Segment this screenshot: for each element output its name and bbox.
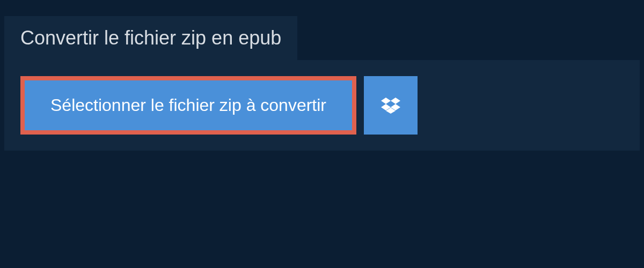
button-row: Sélectionner le fichier zip à convertir	[20, 76, 624, 135]
dropbox-icon	[381, 96, 400, 115]
dropbox-button[interactable]	[364, 76, 418, 135]
title-tab: Convertir le fichier zip en epub	[4, 16, 297, 60]
page-title: Convertir le fichier zip en epub	[20, 27, 281, 49]
content-area: Sélectionner le fichier zip à convertir	[4, 60, 640, 151]
select-file-label: Sélectionner le fichier zip à convertir	[50, 95, 326, 115]
select-file-button[interactable]: Sélectionner le fichier zip à convertir	[20, 76, 356, 135]
